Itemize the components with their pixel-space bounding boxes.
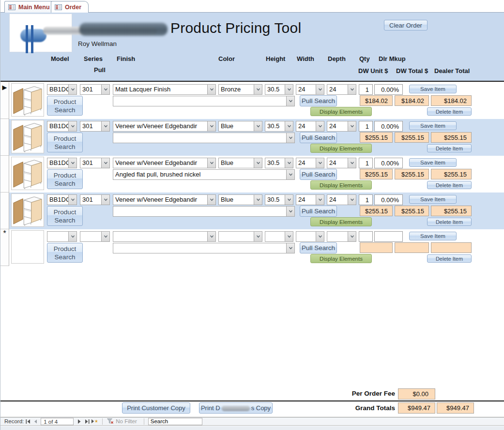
series-combo[interactable]: 301 xyxy=(80,194,110,205)
chevron-down-icon[interactable] xyxy=(68,195,76,205)
chevron-down-icon[interactable] xyxy=(254,232,262,241)
finish-combo[interactable]: Veneer w/Veneer Edgebandir xyxy=(113,121,216,132)
qty-field[interactable]: 1 xyxy=(359,121,373,132)
record-new-icon[interactable] xyxy=(91,418,98,425)
chevron-down-icon[interactable] xyxy=(207,85,215,94)
delete-item-button[interactable]: Delete Item xyxy=(427,254,472,263)
depth-combo[interactable]: 24 xyxy=(327,84,356,95)
pull-search-button[interactable]: Pull Search xyxy=(300,95,337,106)
record-selector[interactable]: * xyxy=(0,229,9,266)
record-first-icon[interactable] xyxy=(24,418,31,425)
product-search-button[interactable]: Product Search xyxy=(47,243,83,263)
finish-combo[interactable] xyxy=(113,231,216,242)
record-position-box[interactable]: 1 of 4 xyxy=(41,418,74,425)
delete-item-button[interactable]: Delete Item xyxy=(427,144,472,152)
display-elements-button[interactable]: Display Elements xyxy=(310,217,372,226)
qty-field[interactable]: 1 xyxy=(359,158,373,168)
depth-combo[interactable]: 24 xyxy=(327,121,356,132)
product-search-button[interactable]: Product Search xyxy=(47,206,83,226)
chevron-down-icon[interactable] xyxy=(286,133,294,143)
chevron-down-icon[interactable] xyxy=(285,121,293,131)
save-item-button[interactable]: Save Item xyxy=(409,85,457,93)
pull-search-button[interactable]: Pull Search xyxy=(300,169,337,180)
chevron-down-icon[interactable] xyxy=(68,158,76,168)
delete-item-button[interactable]: Delete Item xyxy=(427,218,472,226)
product-search-button[interactable]: Product Search xyxy=(47,96,83,116)
record-selector[interactable]: ▶ xyxy=(0,82,9,119)
print-dealer-copy-button[interactable]: Print Ds Copy xyxy=(199,402,273,414)
chevron-down-icon[interactable] xyxy=(68,121,76,131)
clear-order-button[interactable]: Clear Order xyxy=(384,20,428,30)
pull-search-button[interactable]: Pull Search xyxy=(300,132,337,143)
finish-combo[interactable]: Veneer w/Veneer Edgebandir xyxy=(113,194,216,205)
chevron-down-icon[interactable] xyxy=(348,232,356,241)
chevron-down-icon[interactable] xyxy=(348,121,356,131)
finish-combo[interactable]: Matt Lacquer Finish xyxy=(113,84,216,95)
chevron-down-icon[interactable] xyxy=(254,158,262,168)
model-combo[interactable]: BB1DO xyxy=(47,158,77,168)
chevron-down-icon[interactable] xyxy=(285,195,293,205)
record-selector[interactable] xyxy=(0,156,9,193)
chevron-down-icon[interactable] xyxy=(68,85,76,94)
save-item-button[interactable]: Save Item xyxy=(409,195,457,204)
finish-combo[interactable]: Veneer w/Veneer Edgebandir xyxy=(113,158,216,168)
save-item-button[interactable]: Save Item xyxy=(409,121,457,130)
chevron-down-icon[interactable] xyxy=(285,85,293,94)
pull-search-button[interactable]: Pull Search xyxy=(300,242,337,253)
color-combo[interactable] xyxy=(218,231,262,242)
series-combo[interactable]: 301 xyxy=(80,158,110,168)
height-combo[interactable]: 30.5 xyxy=(265,84,293,95)
chevron-down-icon[interactable] xyxy=(316,195,324,205)
markup-field[interactable]: 0.00% xyxy=(374,158,403,168)
qty-field[interactable] xyxy=(359,231,373,242)
no-filter-label[interactable]: No Filter xyxy=(116,418,137,424)
tab-main-menu[interactable]: Main Menu xyxy=(4,1,57,13)
record-last-icon[interactable] xyxy=(83,418,91,425)
record-search-input[interactable] xyxy=(148,418,202,425)
product-search-button[interactable]: Product Search xyxy=(47,169,83,189)
display-elements-button[interactable]: Display Elements xyxy=(310,144,372,153)
record-selector[interactable] xyxy=(0,119,9,156)
chevron-down-icon[interactable] xyxy=(286,207,294,216)
pull-combo[interactable] xyxy=(113,206,295,217)
model-combo[interactable] xyxy=(47,231,77,242)
depth-combo[interactable]: 24 xyxy=(327,158,356,168)
depth-combo[interactable] xyxy=(327,231,356,242)
series-combo[interactable] xyxy=(80,231,110,242)
save-item-button[interactable]: Save Item xyxy=(409,232,457,240)
markup-field[interactable] xyxy=(374,231,403,242)
pull-combo[interactable] xyxy=(113,133,295,143)
chevron-down-icon[interactable] xyxy=(348,195,356,205)
delete-item-button[interactable]: Delete Item xyxy=(427,181,472,189)
width-combo[interactable]: 24 xyxy=(296,158,324,168)
chevron-down-icon[interactable] xyxy=(101,158,109,168)
chevron-down-icon[interactable] xyxy=(348,85,356,94)
chevron-down-icon[interactable] xyxy=(207,121,215,131)
color-combo[interactable]: Blue xyxy=(218,194,262,205)
chevron-down-icon[interactable] xyxy=(348,158,356,168)
model-combo[interactable]: BB1DO xyxy=(47,194,77,205)
color-combo[interactable]: Blue xyxy=(218,121,262,132)
chevron-down-icon[interactable] xyxy=(254,195,262,205)
chevron-down-icon[interactable] xyxy=(207,158,215,168)
tab-order[interactable]: Order xyxy=(51,1,89,13)
markup-field[interactable]: 0.00% xyxy=(374,194,403,205)
chevron-down-icon[interactable] xyxy=(101,121,109,131)
pull-combo[interactable]: Angled flat pull, brushed nickel xyxy=(113,169,295,180)
chevron-down-icon[interactable] xyxy=(101,85,109,94)
series-combo[interactable]: 301 xyxy=(80,84,110,95)
series-combo[interactable]: 301 xyxy=(80,121,110,132)
record-next-icon[interactable] xyxy=(76,418,83,425)
qty-field[interactable]: 1 xyxy=(359,84,373,95)
height-combo[interactable]: 30.5 xyxy=(265,158,293,168)
chevron-down-icon[interactable] xyxy=(285,232,293,241)
record-prev-icon[interactable] xyxy=(32,418,39,425)
chevron-down-icon[interactable] xyxy=(254,85,262,94)
chevron-down-icon[interactable] xyxy=(316,158,324,168)
pull-search-button[interactable]: Pull Search xyxy=(300,206,337,217)
chevron-down-icon[interactable] xyxy=(316,121,324,131)
chevron-down-icon[interactable] xyxy=(286,243,294,253)
display-elements-button[interactable]: Display Elements xyxy=(310,180,372,190)
width-combo[interactable]: 24 xyxy=(296,84,324,95)
pull-combo[interactable] xyxy=(113,96,295,106)
